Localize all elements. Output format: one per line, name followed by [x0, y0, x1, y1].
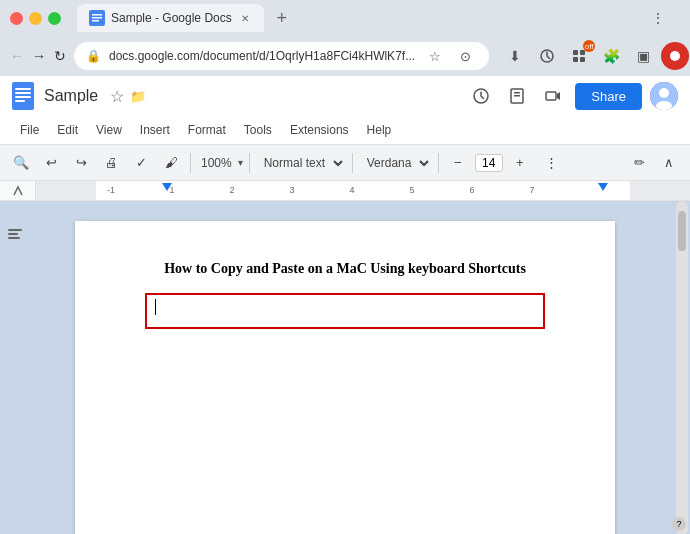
divider-3: [352, 153, 353, 173]
svg-rect-2: [92, 17, 102, 19]
menu-view[interactable]: View: [88, 121, 130, 139]
ruler-mark-7: 7: [529, 185, 534, 195]
menu-help[interactable]: Help: [359, 121, 400, 139]
address-bar[interactable]: 🔒 docs.google.com/document/d/1OqrlyH1a8F…: [74, 42, 489, 70]
zoom-control: 100% ▾: [197, 154, 243, 172]
scrollbar-thumb[interactable]: [678, 211, 686, 251]
close-button[interactable]: [10, 12, 23, 25]
reload-button[interactable]: ↻: [54, 42, 66, 70]
browser-toolbar: ⬇ off 🧩 ▣: [501, 42, 690, 70]
googlelens-button[interactable]: ⊙: [453, 44, 477, 68]
app-title-icons: ☆ 📁: [110, 87, 146, 106]
font-size-increase-button[interactable]: +: [507, 150, 533, 176]
ruler-mark-6: 6: [469, 185, 474, 195]
address-bar-row: ← → ↻ 🔒 docs.google.com/document/d/1Oqrl…: [0, 36, 690, 76]
ruler: -1 1 2 3 4 5 6 7: [0, 181, 690, 201]
redo-button[interactable]: ↪: [68, 150, 94, 176]
document-area: How to Copy and Paste on a MaC Using key…: [0, 201, 690, 534]
svg-rect-13: [15, 88, 31, 90]
user-avatar[interactable]: [650, 82, 678, 110]
menu-format[interactable]: Format: [180, 121, 234, 139]
record-button[interactable]: [661, 42, 689, 70]
svg-rect-3: [92, 20, 99, 22]
svg-rect-5: [573, 50, 578, 55]
collapse-toolbar-button[interactable]: ∧: [656, 150, 682, 176]
svg-rect-28: [8, 237, 20, 239]
scrollbar-track[interactable]: [676, 201, 688, 534]
font-size-input[interactable]: [475, 154, 503, 172]
ruler-mark-4: 4: [349, 185, 354, 195]
back-button[interactable]: ←: [10, 42, 24, 70]
keep-icon[interactable]: [503, 82, 531, 110]
new-tab-button[interactable]: +: [268, 4, 296, 32]
undo-button[interactable]: ↩: [38, 150, 64, 176]
ruler-mark-3: 3: [289, 185, 294, 195]
zoom-value: 100%: [197, 154, 236, 172]
app-header: Sample ☆ 📁 Share: [0, 76, 690, 116]
history-button[interactable]: [533, 42, 561, 70]
url-text: docs.google.com/document/d/1OqrlyH1a8FCi…: [109, 49, 415, 63]
menu-file[interactable]: File: [12, 121, 47, 139]
zoom-dropdown-icon[interactable]: ▾: [238, 157, 243, 168]
sidebar-button[interactable]: ▣: [629, 42, 657, 70]
paragraph-style-select[interactable]: Normal text: [256, 153, 346, 173]
active-tab[interactable]: Sample - Google Docs ✕: [77, 4, 264, 32]
star-icon[interactable]: ☆: [110, 87, 124, 106]
svg-rect-19: [514, 92, 520, 94]
svg-rect-27: [8, 233, 18, 235]
document-outline-toggle[interactable]: [6, 225, 24, 247]
document-title: How to Copy and Paste on a MaC Using key…: [145, 261, 545, 277]
right-indent-marker[interactable]: [598, 183, 608, 191]
app-toolbar: Sample ☆ 📁 Share: [0, 76, 690, 145]
svg-rect-26: [8, 229, 22, 231]
lock-icon: 🔒: [86, 49, 101, 63]
share-button[interactable]: Share: [575, 83, 642, 110]
paint-format-button[interactable]: 🖌: [158, 150, 184, 176]
bookmark-button[interactable]: ☆: [423, 44, 447, 68]
divider-4: [438, 153, 439, 173]
font-select[interactable]: Verdana: [359, 153, 432, 173]
svg-rect-8: [580, 57, 585, 62]
print-button[interactable]: 🖨: [98, 150, 124, 176]
menu-bar: File Edit View Insert Format Tools Exten…: [0, 116, 690, 144]
video-icon[interactable]: [539, 82, 567, 110]
menu-insert[interactable]: Insert: [132, 121, 178, 139]
svg-rect-14: [15, 92, 31, 94]
tab-bar: Sample - Google Docs ✕ +: [77, 4, 636, 32]
ruler-tab-stop[interactable]: [0, 181, 36, 201]
forward-button[interactable]: →: [32, 42, 46, 70]
app-title: Sample: [44, 87, 98, 105]
svg-rect-16: [15, 100, 25, 102]
comment-history-icon[interactable]: [467, 82, 495, 110]
svg-point-24: [659, 88, 669, 98]
svg-rect-15: [15, 96, 31, 98]
font-size-decrease-button[interactable]: −: [445, 150, 471, 176]
text-input-box[interactable]: [145, 293, 545, 329]
docs-icon: [12, 82, 36, 110]
browser-window: Sample - Google Docs ✕ + ⋮ ← → ↻ 🔒 docs.…: [0, 0, 690, 76]
divider-1: [190, 153, 191, 173]
menu-extensions[interactable]: Extensions: [282, 121, 357, 139]
tab-title: Sample - Google Docs: [111, 11, 232, 25]
minimize-button[interactable]: [29, 12, 42, 25]
spellcheck-button[interactable]: ✓: [128, 150, 154, 176]
maximize-button[interactable]: [48, 12, 61, 25]
editing-mode-button[interactable]: ✏: [626, 150, 652, 176]
downloads-button[interactable]: ⬇: [501, 42, 529, 70]
puzzle-button[interactable]: 🧩: [597, 42, 625, 70]
more-toolbar-button[interactable]: ⋮: [539, 150, 565, 176]
menu-tools[interactable]: Tools: [236, 121, 280, 139]
svg-rect-20: [514, 95, 520, 97]
left-indent-marker[interactable]: [162, 183, 172, 191]
search-toolbar-button[interactable]: 🔍: [8, 150, 34, 176]
menu-edit[interactable]: Edit: [49, 121, 86, 139]
move-to-drive-icon[interactable]: 📁: [130, 89, 146, 104]
ruler-mark-5: 5: [409, 185, 414, 195]
ruler-mark-n1: -1: [107, 185, 115, 195]
extension-button[interactable]: off: [565, 42, 593, 70]
tab-close-button[interactable]: ✕: [238, 11, 252, 25]
accessibility-button[interactable]: ?: [672, 517, 686, 531]
more-options-button[interactable]: ⋮: [644, 4, 672, 32]
document-page: How to Copy and Paste on a MaC Using key…: [75, 221, 615, 534]
ruler-mark-2: 2: [229, 185, 234, 195]
